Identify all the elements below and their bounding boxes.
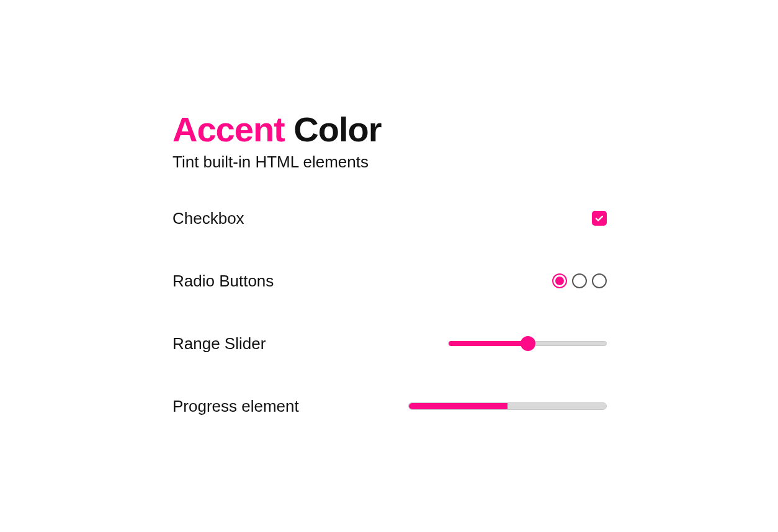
- check-icon: [594, 213, 604, 223]
- range-label: Range Slider: [172, 334, 266, 353]
- checkbox-row: Checkbox: [172, 209, 607, 228]
- demo-container: Accent Color Tint built-in HTML elements…: [172, 110, 607, 459]
- checkbox-input[interactable]: [592, 211, 607, 226]
- title-rest: Color: [285, 110, 382, 149]
- checkbox-control-area: [592, 211, 607, 226]
- slider-thumb[interactable]: [521, 336, 535, 351]
- progress-fill: [409, 403, 507, 409]
- progress-bar: [408, 402, 607, 410]
- title-accent-word: Accent: [172, 110, 285, 149]
- slider-fill: [449, 341, 528, 346]
- checkbox-label: Checkbox: [172, 209, 244, 228]
- radio-row: Radio Buttons: [172, 272, 607, 291]
- progress-control-area: [408, 402, 607, 410]
- range-slider[interactable]: [449, 336, 607, 351]
- radio-group: [552, 273, 607, 288]
- progress-label: Progress element: [172, 397, 299, 416]
- radio-option-2[interactable]: [572, 273, 587, 288]
- range-row: Range Slider: [172, 334, 607, 353]
- page-title: Accent Color: [172, 110, 607, 149]
- radio-option-3[interactable]: [592, 273, 607, 288]
- range-control-area: [449, 336, 607, 351]
- progress-row: Progress element: [172, 397, 607, 416]
- page-subtitle: Tint built-in HTML elements: [172, 153, 607, 172]
- radio-label: Radio Buttons: [172, 272, 274, 291]
- radio-option-1[interactable]: [552, 273, 567, 288]
